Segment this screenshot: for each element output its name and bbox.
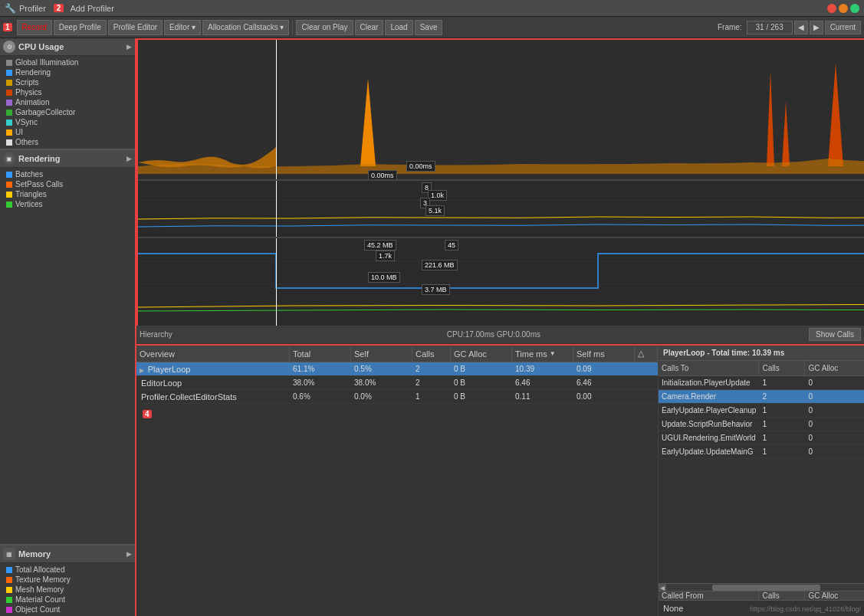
td-calls: 1: [412, 392, 451, 401]
called-from-gcalloc-header: GC Alloc: [805, 591, 864, 600]
scrollbar-thumb[interactable]: [712, 585, 820, 591]
rb-row[interactable]: UGUI.Rendering.EmitWorld 1 0 0.02: [659, 431, 864, 445]
rb-row[interactable]: EarlyUpdate.PlayerCleanup 1 0 0.17: [659, 404, 864, 418]
memory-expand-icon: ▶: [126, 550, 132, 558]
rendering-chart[interactable]: 8 1.0k 3 5.1k: [138, 180, 864, 238]
scroll-left-btn[interactable]: ◀: [659, 584, 666, 591]
profile-editor-button[interactable]: Profile Editor: [108, 20, 163, 35]
record-button[interactable]: Record: [17, 20, 52, 35]
table-row[interactable]: EditorLoop 38.0% 38.0% 2 0 B 6.46 6.46: [136, 376, 658, 390]
rendering-items: Batches SetPass Calls Triangles Vertices: [0, 168, 135, 211]
rb-row[interactable]: EarlyUpdate.UpdateMainG 1 0 0.02: [659, 445, 864, 459]
memory-chart[interactable]: 45.2 MB 45 1.7k 221.6 MB 10.0 MB 3.7 MB: [138, 238, 864, 326]
cpu-usage-header[interactable]: ⚙ CPU Usage ▶: [0, 38, 135, 56]
current-button[interactable]: Current: [825, 21, 861, 34]
table-row[interactable]: ▶ PlayerLoop 61.1% 0.5% 2 0 B 10.39 0.09: [136, 362, 658, 376]
toolbar: 1 Record Deep Profile Profile Editor Edi…: [0, 17, 864, 38]
color-swatch: [6, 587, 12, 593]
load-button[interactable]: Load: [385, 20, 412, 35]
cpu-item-global-illumination[interactable]: Global Illumination: [0, 57, 135, 67]
rb-th-calls[interactable]: Calls: [759, 361, 805, 375]
rb-row[interactable]: Camera.Render 2 0 0.54: [659, 390, 864, 404]
cpu-icon: ⚙: [3, 41, 15, 53]
rb-td-calls: 2: [759, 392, 805, 401]
th-tri[interactable]: △: [635, 346, 658, 362]
mem-item-total[interactable]: Total Allocated: [0, 565, 135, 575]
mem-item-object[interactable]: Object Count: [0, 605, 135, 614]
min-btn[interactable]: [839, 4, 848, 13]
show-calls-button[interactable]: Show Calls: [809, 328, 861, 341]
clear-on-play-button[interactable]: Clear on Play: [296, 20, 353, 35]
clear-button[interactable]: Clear: [355, 20, 384, 35]
frame-nav: Frame: ◀ ▶ Current: [718, 21, 861, 34]
save-button[interactable]: Save: [415, 20, 443, 35]
max-btn[interactable]: [850, 4, 859, 13]
rb-td-calls: 1: [759, 420, 805, 428]
th-gcalloc[interactable]: GC Alloc: [451, 346, 512, 362]
rendering-cursor: [276, 181, 277, 237]
prev-frame-button[interactable]: ◀: [794, 21, 808, 34]
right-table-body: Initialization.PlayerUpdate 1 0 9.25 Cam…: [659, 376, 864, 583]
rb-row[interactable]: Initialization.PlayerUpdate 1 0 9.25: [659, 376, 864, 390]
rb-td-gcalloc: 0: [805, 406, 864, 414]
cpu-item-rendering[interactable]: Rendering: [0, 67, 135, 77]
cpu-item-ui[interactable]: UI: [0, 127, 135, 137]
render-item-batches[interactable]: Batches: [0, 169, 135, 179]
th-total[interactable]: Total: [290, 346, 351, 362]
cpu-item-gc[interactable]: GarbageCollector: [0, 107, 135, 117]
called-from-header: Called From: [659, 591, 759, 600]
editor-button[interactable]: Editor ▾: [164, 20, 201, 35]
rb-td-calls: 1: [759, 406, 805, 414]
charts-area: Selected: PlayerLoop: [136, 38, 864, 326]
th-selfms[interactable]: Self ms: [573, 346, 635, 362]
td-total: 38.0%: [290, 378, 351, 387]
frame-input[interactable]: [747, 21, 793, 34]
rb-th-calls-to[interactable]: Calls To: [659, 361, 759, 375]
cpu-item-physics[interactable]: Physics: [0, 87, 135, 97]
svg-marker-6: [360, 78, 376, 166]
rendering-label-51: 5.1k: [425, 205, 445, 216]
horizontal-scrollbar[interactable]: ▶ ◀: [659, 583, 864, 591]
cpu-item-scripts[interactable]: Scripts: [0, 77, 135, 87]
timeline-tooltip-1: 0.00ms: [368, 170, 397, 180]
region2-badge: 2: [54, 4, 64, 12]
mem-item-material[interactable]: Material Count: [0, 595, 135, 605]
rb-row[interactable]: Update.ScriptRunBehavior 1 0 0.06: [659, 418, 864, 431]
th-timems[interactable]: Time ms ▼: [512, 346, 573, 362]
rendering-icon: ▣: [3, 152, 15, 165]
mem-label-221: 221.6 MB: [422, 260, 458, 270]
color-swatch: [6, 192, 12, 198]
allocation-callstacks-button[interactable]: Allocation Callstacks ▾: [202, 20, 289, 35]
rendering-header[interactable]: ▣ Rendering ▶: [0, 150, 135, 168]
color-swatch: [6, 110, 12, 116]
render-item-setpass[interactable]: SetPass Calls: [0, 179, 135, 189]
render-item-vertices[interactable]: Vertices: [0, 199, 135, 209]
td-gcalloc: 0 B: [451, 392, 512, 401]
cpu-usage-items: Global Illumination Rendering Scripts Ph…: [0, 56, 135, 149]
th-overview[interactable]: Overview: [136, 346, 290, 362]
mem-item-texture[interactable]: Texture Memory: [0, 575, 135, 585]
region1-badge: 1: [3, 23, 12, 31]
mem-item-mesh[interactable]: Mesh Memory: [0, 585, 135, 595]
th-self[interactable]: Self: [351, 346, 412, 362]
table-row[interactable]: Profiler.CollectEditorStats 0.6% 0.0% 1 …: [136, 390, 658, 404]
th-calls[interactable]: Calls: [412, 346, 451, 362]
render-item-triangles[interactable]: Triangles: [0, 189, 135, 199]
deep-profile-button[interactable]: Deep Profile: [54, 20, 107, 35]
rb-td-gcalloc: 0: [805, 434, 864, 442]
add-profiler-btn[interactable]: Add Profiler: [70, 4, 113, 13]
color-swatch: [6, 577, 12, 583]
color-swatch: [6, 100, 12, 106]
cpu-item-others[interactable]: Others: [0, 137, 135, 147]
color-swatch: [6, 182, 12, 188]
close-btn[interactable]: [827, 4, 836, 13]
cpu-timeline[interactable]: 0.00ms 0.00ms: [138, 40, 864, 180]
memory-header[interactable]: ▦ Memory ▶: [0, 546, 135, 563]
color-swatch: [6, 139, 12, 146]
right-panel-header: PlayerLoop - Total time: 10.39 ms: [659, 346, 864, 361]
rb-th-gcalloc[interactable]: GC Alloc: [805, 361, 864, 375]
next-frame-button[interactable]: ▶: [810, 21, 823, 34]
cpu-item-vsync[interactable]: VSync: [0, 117, 135, 127]
cpu-item-animation[interactable]: Animation: [0, 97, 135, 107]
right-table-header: Calls To Calls GC Alloc Time ms: [659, 361, 864, 376]
